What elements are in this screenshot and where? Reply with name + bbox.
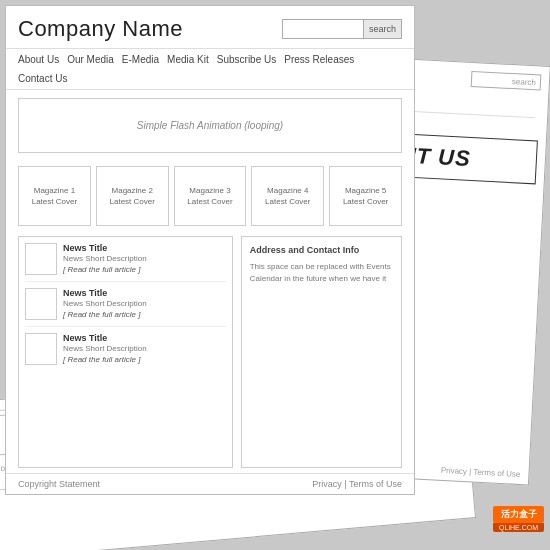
magazine-4-label: Magazine 4Latest Cover xyxy=(265,185,310,207)
bg-search-box: search xyxy=(471,71,542,91)
nav-media-kit[interactable]: Media Kit xyxy=(167,54,209,65)
magazine-2: Magazine 2Latest Cover xyxy=(96,166,169,226)
news-item-3: News Title News Short Description [ Read… xyxy=(25,333,226,365)
magazine-3-label: Magazine 3Latest Cover xyxy=(187,185,232,207)
watermark-container: 活力盒子 QLiHE.COM xyxy=(493,506,544,532)
magazine-1: Magazine 1Latest Cover xyxy=(18,166,91,226)
main-page: Company Name search About Us Our Media E… xyxy=(5,5,415,495)
nav-press-releases[interactable]: Press Releases xyxy=(284,54,354,65)
watermark-url: QLiHE.COM xyxy=(493,523,544,532)
info-title: Address and Contact Info xyxy=(250,245,393,255)
banner-text: Simple Flash Animation (looping) xyxy=(137,120,283,131)
magazine-5: Magazine 5Latest Cover xyxy=(329,166,402,226)
news-content-3: News Title News Short Description [ Read… xyxy=(63,333,226,365)
search-button[interactable]: search xyxy=(363,20,401,38)
news-desc-1: News Short Description xyxy=(63,254,226,263)
news-link-1[interactable]: [ Read the full article ] xyxy=(63,265,226,274)
news-thumb-2 xyxy=(25,288,57,320)
info-column: Address and Contact Info This space can … xyxy=(241,236,402,468)
search-input[interactable] xyxy=(283,20,363,38)
nav-e-media[interactable]: E-Media xyxy=(122,54,159,65)
news-link-2[interactable]: [ Read the full article ] xyxy=(63,310,226,319)
news-desc-2: News Short Description xyxy=(63,299,226,308)
content-area: News Title News Short Description [ Read… xyxy=(6,231,414,473)
magazine-2-label: Magazine 2Latest Cover xyxy=(110,185,155,207)
footer-links: Privacy | Terms of Use xyxy=(312,479,402,489)
nav-our-media[interactable]: Our Media xyxy=(67,54,114,65)
news-title-3: News Title xyxy=(63,333,226,343)
header: Company Name search xyxy=(6,6,414,49)
news-title-2: News Title xyxy=(63,288,226,298)
magazine-5-label: Magazine 5Latest Cover xyxy=(343,185,388,207)
magazine-3: Magazine 3Latest Cover xyxy=(174,166,247,226)
news-desc-3: News Short Description xyxy=(63,344,226,353)
news-title-1: News Title xyxy=(63,243,226,253)
news-column: News Title News Short Description [ Read… xyxy=(18,236,233,468)
company-name: Company Name xyxy=(18,16,183,42)
news-content-2: News Title News Short Description [ Read… xyxy=(63,288,226,320)
nav-subscribe-us[interactable]: Subscribe Us xyxy=(217,54,276,65)
magazine-1-label: Magazine 1Latest Cover xyxy=(32,185,77,207)
footer-copyright: Copyright Statement xyxy=(18,479,100,489)
nav-bar: About Us Our Media E-Media Media Kit Sub… xyxy=(6,49,414,90)
footer: Copyright Statement Privacy | Terms of U… xyxy=(6,473,414,494)
news-thumb-1 xyxy=(25,243,57,275)
magazine-row: Magazine 1Latest Cover Magazine 2Latest … xyxy=(6,161,414,231)
magazine-4: Magazine 4Latest Cover xyxy=(251,166,324,226)
nav-about-us[interactable]: About Us xyxy=(18,54,59,65)
nav-contact-us[interactable]: Contact Us xyxy=(18,73,67,84)
info-body: This space can be replaced with Events C… xyxy=(250,261,393,285)
news-content-1: News Title News Short Description [ Read… xyxy=(63,243,226,275)
watermark-brand: 活力盒子 xyxy=(493,506,544,523)
news-thumb-3 xyxy=(25,333,57,365)
bg-footer-links: Privacy | Terms of Use xyxy=(441,466,521,479)
bg-search-label: search xyxy=(512,77,536,87)
news-link-3[interactable]: [ Read the full article ] xyxy=(63,355,226,364)
banner: Simple Flash Animation (looping) xyxy=(18,98,402,153)
search-box: search xyxy=(282,19,402,39)
news-item-1: News Title News Short Description [ Read… xyxy=(25,243,226,282)
news-item-2: News Title News Short Description [ Read… xyxy=(25,288,226,327)
